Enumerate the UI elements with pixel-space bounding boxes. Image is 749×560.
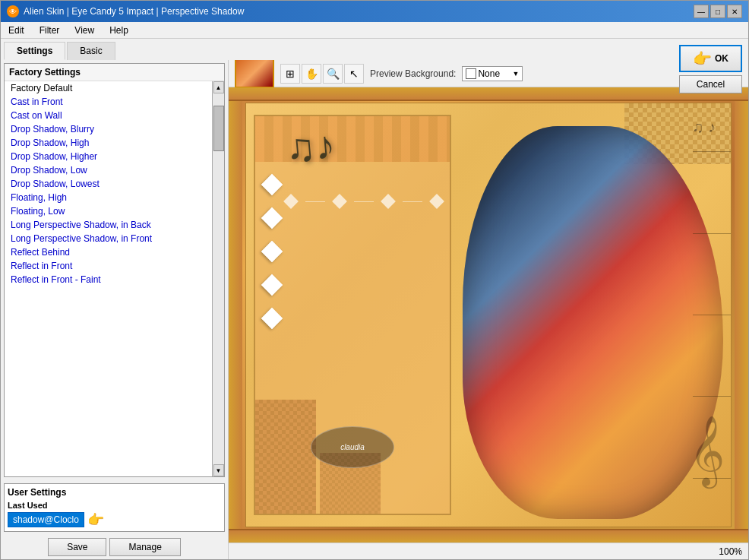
selected-item-row: shadow@Cloclo 👉 — [8, 511, 221, 528]
diamonds-container — [264, 177, 280, 326]
zoom-in-icon[interactable]: 🔍 — [323, 64, 343, 84]
preview-area: ♫♪ — [229, 87, 748, 543]
ok-button[interactable]: 👉 OK — [679, 45, 742, 72]
small-notes: ♫ ♪ — [692, 119, 716, 136]
staff-line — [693, 233, 731, 234]
menu-bar: Edit Filter View Help — [1, 22, 748, 39]
left-panel: Factory Settings Factory Default Cast in… — [1, 60, 229, 559]
scroll-down-arrow[interactable]: ▼ — [213, 464, 224, 476]
thumb-image — [236, 60, 273, 87]
list-item[interactable]: Reflect in Front — [5, 259, 212, 273]
list-item[interactable]: Long Perspective Shadow, in Front — [5, 232, 212, 245]
music-notes: ♫♪ — [284, 122, 337, 171]
scroll-thumb[interactable] — [213, 106, 224, 151]
list-item[interactable]: Drop Shadow, High — [5, 136, 212, 150]
manage-button[interactable]: Manage — [109, 538, 180, 556]
factory-settings-header: Factory Settings — [5, 64, 224, 81]
brain-image — [463, 126, 723, 519]
diamond-row-item — [332, 194, 347, 209]
minimize-button[interactable]: — — [694, 5, 709, 18]
menu-edit[interactable]: Edit — [4, 24, 29, 37]
save-button[interactable]: Save — [48, 538, 106, 556]
diamond-row-item — [429, 194, 444, 209]
top-controls: ⊞ ✋ 🔍 ↖ Preview Background: None ▼ — [229, 60, 748, 87]
diamond-line — [305, 201, 325, 202]
color-swatch — [466, 68, 476, 79]
list-item[interactable]: Floating, High — [5, 191, 212, 204]
pointer-icon[interactable]: ↖ — [344, 64, 364, 84]
ok-hand-icon: 👉 — [693, 49, 712, 68]
preview-thumbnail — [235, 60, 274, 88]
list-item[interactable]: Cast in Front — [5, 95, 212, 109]
preview-canvas: ♫♪ — [229, 87, 748, 543]
zoom-all-icon[interactable]: ⊞ — [280, 64, 300, 84]
staff-line — [693, 396, 731, 397]
diamond-line — [403, 201, 422, 202]
watermark: claudia — [311, 426, 394, 468]
maximize-button[interactable]: □ — [710, 5, 725, 18]
last-used-label: Last Used — [8, 501, 221, 510]
menu-view[interactable]: View — [70, 24, 99, 37]
list-item[interactable]: Drop Shadow, Low — [5, 163, 212, 177]
ok-cancel-area: 👉 OK Cancel — [679, 45, 742, 93]
factory-settings-container: Factory Settings Factory Default Cast in… — [4, 63, 225, 477]
checker-pattern — [255, 400, 316, 514]
cancel-button[interactable]: Cancel — [679, 75, 742, 93]
scroll-up-arrow[interactable]: ▲ — [213, 81, 224, 93]
preview-bg-value: None — [478, 68, 500, 79]
list-item[interactable]: Long Perspective Shadow, in Back — [5, 218, 212, 232]
list-item[interactable]: Drop Shadow, Lowest — [5, 177, 212, 191]
inner-card: ♫♪ — [245, 103, 732, 527]
point-arrow-icon: 👉 — [87, 511, 104, 528]
diamond-row-item — [283, 194, 299, 209]
hand-tool-icon[interactable]: ✋ — [302, 64, 321, 84]
menu-help[interactable]: Help — [105, 24, 133, 37]
menu-filter[interactable]: Filter — [35, 24, 65, 37]
status-bar: 100% — [229, 543, 748, 559]
zoom-level: 100% — [719, 546, 742, 557]
list-item[interactable]: Reflect in Front - Faint — [5, 273, 212, 286]
list-item[interactable]: Drop Shadow, Blurry — [5, 122, 212, 136]
settings-list[interactable]: Factory Default Cast in Front Cast on Wa… — [5, 81, 212, 476]
diamond-4 — [261, 274, 283, 296]
scrollbar[interactable]: ▲ ▼ — [212, 81, 224, 476]
title-bar-left: 👁 Alien Skin | Eye Candy 5 Impact | Pers… — [7, 5, 244, 17]
selected-preset[interactable]: shadow@Cloclo — [8, 512, 84, 527]
dropdown-arrow-icon: ▼ — [512, 70, 519, 78]
staff-line — [693, 151, 731, 152]
frame-left — [229, 101, 242, 529]
watermark-text: claudia — [340, 443, 365, 451]
list-item[interactable]: Drop Shadow, Higher — [5, 150, 212, 163]
diamond-1 — [261, 174, 283, 195]
frame-bottom — [229, 529, 748, 543]
diamond-2 — [261, 207, 283, 229]
tab-basic[interactable]: Basic — [67, 42, 115, 60]
preview-bg-label: Preview Background: — [370, 68, 456, 79]
window-title: Alien Skin | Eye Candy 5 Impact | Perspe… — [24, 6, 244, 17]
bottom-buttons: Save Manage — [1, 535, 228, 559]
left-content-box: ♫♪ — [254, 115, 451, 515]
treble-clef: 𝄞 — [689, 420, 725, 481]
list-item[interactable]: Cast on Wall — [5, 109, 212, 122]
scroll-container: Factory Default Cast in Front Cast on Wa… — [5, 81, 224, 476]
toolbar-icons: ⊞ ✋ 🔍 ↖ — [280, 64, 364, 84]
tab-bar: Settings Basic — [1, 39, 748, 60]
list-item[interactable]: Factory Default — [5, 81, 212, 95]
user-settings-header: User Settings — [8, 487, 221, 498]
app-icon: 👁 — [7, 5, 19, 17]
list-item[interactable]: Floating, Low — [5, 204, 212, 218]
close-button[interactable]: ✕ — [727, 5, 742, 18]
content-area: Factory Settings Factory Default Cast in… — [1, 60, 748, 559]
list-item[interactable]: Reflect Behind — [5, 245, 212, 259]
user-settings-section: User Settings Last Used shadow@Cloclo 👉 — [4, 483, 225, 532]
frame-right — [735, 101, 748, 529]
window-controls: — □ ✕ — [694, 5, 742, 18]
right-content: 𝄞 ♫ ♪ — [455, 103, 731, 527]
right-panel: ⊞ ✋ 🔍 ↖ Preview Background: None ▼ — [229, 60, 748, 559]
diamond-3 — [261, 241, 283, 262]
tab-settings[interactable]: Settings — [4, 42, 65, 60]
ok-label: OK — [715, 53, 728, 64]
preview-bg-dropdown[interactable]: None ▼ — [462, 66, 523, 81]
frame-top — [229, 87, 748, 101]
title-bar: 👁 Alien Skin | Eye Candy 5 Impact | Pers… — [1, 1, 748, 22]
